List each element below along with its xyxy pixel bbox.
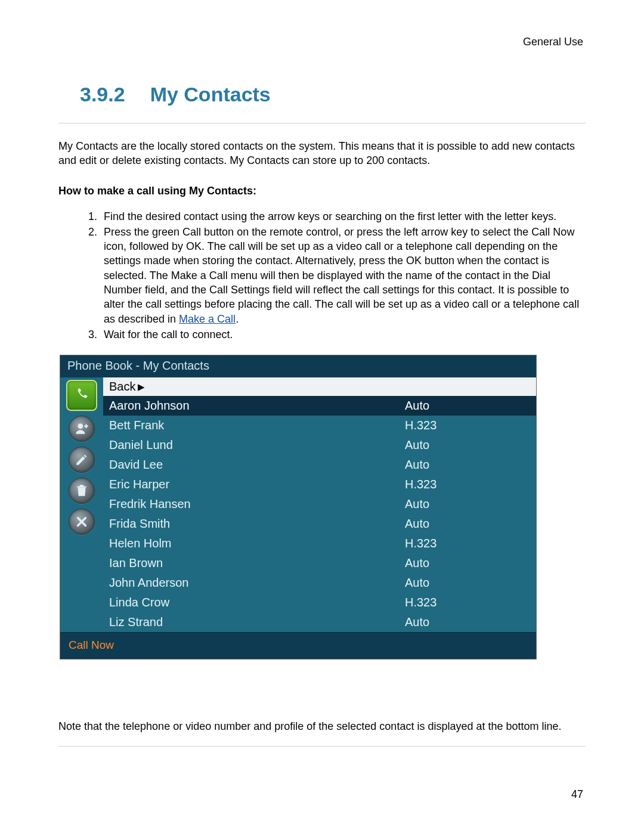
- section-number: 3.9.2: [80, 83, 125, 106]
- contact-row[interactable]: Bett FrankH.323: [103, 416, 536, 435]
- phonebook-sidebar: [60, 377, 103, 632]
- steps-list: Find the desired contact using the arrow…: [100, 209, 586, 342]
- step-2-text-a: Press the green Call button on the remot…: [104, 226, 579, 325]
- contact-protocol: Auto: [405, 576, 530, 590]
- x-icon: [74, 514, 89, 529]
- close-icon[interactable]: [69, 509, 95, 535]
- contact-name: David Lee: [109, 458, 405, 472]
- contact-name: Aaron Johnson: [109, 399, 405, 413]
- header-category: General Use: [58, 36, 586, 48]
- contact-row[interactable]: Eric HarperH.323: [103, 475, 536, 494]
- divider: [58, 123, 586, 123]
- howto-heading: How to make a call using My Contacts:: [58, 185, 586, 197]
- trash-icon: [74, 483, 89, 498]
- section-title: My Contacts: [150, 83, 271, 106]
- step-2-text-b: .: [236, 313, 239, 325]
- svg-point-0: [78, 424, 83, 429]
- contact-row[interactable]: Aaron JohnsonAuto: [103, 396, 536, 416]
- call-now-label: Call Now: [60, 632, 536, 659]
- contact-name: Eric Harper: [109, 478, 405, 491]
- pencil-icon: [74, 452, 89, 467]
- contact-row[interactable]: Linda CrowH.323: [103, 593, 536, 612]
- contact-row[interactable]: Helen HolmH.323: [103, 534, 536, 553]
- contact-protocol: Auto: [405, 458, 530, 472]
- contact-protocol: H.323: [405, 537, 530, 550]
- make-a-call-link[interactable]: Make a Call: [179, 313, 236, 325]
- contact-protocol: Auto: [405, 556, 530, 570]
- phonebook-screenshot: Phone Book - My Contacts: [60, 355, 537, 659]
- back-label: Back: [109, 380, 135, 394]
- contact-name: Linda Crow: [109, 596, 405, 609]
- contact-protocol: Auto: [405, 438, 530, 452]
- chevron-right-icon: ▶: [138, 382, 145, 392]
- contact-row[interactable]: John AndersonAuto: [103, 573, 536, 593]
- new-contact-icon[interactable]: [69, 416, 95, 442]
- intro-paragraph: My Contacts are the locally stored conta…: [58, 139, 586, 168]
- page-number: 47: [571, 788, 583, 801]
- contact-row[interactable]: Frida SmithAuto: [103, 514, 536, 534]
- contact-protocol: H.323: [405, 478, 530, 491]
- contact-name: Fredrik Hansen: [109, 497, 405, 511]
- contact-name: John Anderson: [109, 576, 405, 590]
- step-1: Find the desired contact using the arrow…: [100, 209, 586, 224]
- delete-icon[interactable]: [69, 478, 95, 504]
- contact-protocol: Auto: [405, 399, 530, 413]
- phone-icon: [74, 388, 89, 403]
- contact-row[interactable]: David LeeAuto: [103, 455, 536, 475]
- section-heading: 3.9.2My Contacts: [58, 83, 586, 106]
- contact-row[interactable]: Daniel LundAuto: [103, 435, 536, 455]
- contact-row[interactable]: Liz StrandAuto: [103, 612, 536, 632]
- footer-note: Note that the telephone or video number …: [58, 719, 586, 733]
- contact-name: Daniel Lund: [109, 438, 405, 452]
- contact-name: Ian Brown: [109, 556, 405, 570]
- divider: [58, 746, 586, 747]
- step-2: Press the green Call button on the remot…: [100, 225, 586, 326]
- contact-list: Back▶ Aaron JohnsonAutoBett FrankH.323Da…: [103, 377, 536, 632]
- person-plus-icon: [74, 421, 89, 436]
- edit-icon[interactable]: [69, 447, 95, 473]
- contact-protocol: Auto: [405, 497, 530, 511]
- contact-protocol: Auto: [405, 615, 530, 629]
- contact-row[interactable]: Fredrik HansenAuto: [103, 494, 536, 514]
- contact-name: Frida Smith: [109, 517, 405, 531]
- back-row[interactable]: Back▶: [103, 377, 536, 396]
- contact-protocol: Auto: [405, 517, 530, 531]
- contact-name: Helen Holm: [109, 537, 405, 550]
- contact-protocol: H.323: [405, 596, 530, 609]
- phonebook-title: Phone Book - My Contacts: [60, 355, 536, 377]
- contact-protocol: H.323: [405, 419, 530, 432]
- contact-name: Bett Frank: [109, 419, 405, 432]
- call-icon[interactable]: [66, 380, 97, 411]
- contact-name: Liz Strand: [109, 615, 405, 629]
- step-3: Wait for the call to connect.: [100, 327, 586, 342]
- contact-row[interactable]: Ian BrownAuto: [103, 553, 536, 573]
- phonebook-body: Back▶ Aaron JohnsonAutoBett FrankH.323Da…: [60, 377, 536, 632]
